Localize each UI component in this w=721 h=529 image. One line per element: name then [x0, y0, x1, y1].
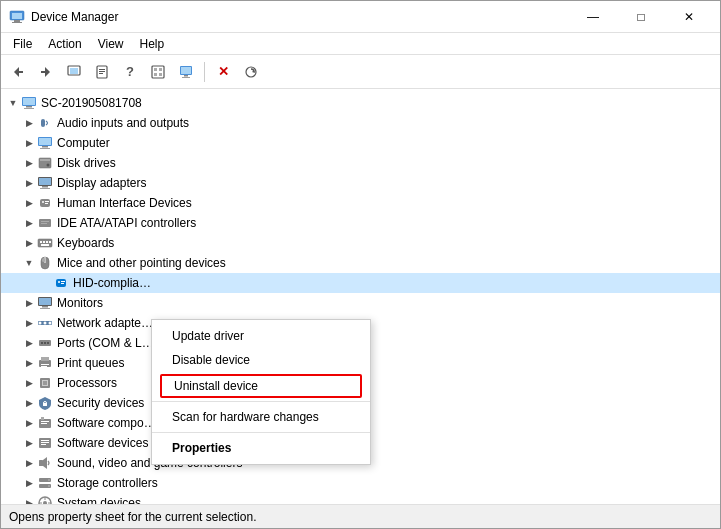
device-tree[interactable]: ▼ SC-201905081708 ▶ Audio inputs and out… — [1, 89, 720, 504]
svg-rect-40 — [40, 188, 50, 189]
maximize-button[interactable]: □ — [618, 1, 664, 33]
svg-rect-11 — [99, 69, 105, 70]
keyboard-label: Keyboards — [57, 236, 114, 250]
menu-file[interactable]: File — [5, 35, 40, 53]
svg-point-94 — [48, 485, 50, 487]
ctx-update-driver[interactable]: Update driver — [152, 324, 370, 348]
list-item[interactable]: ▶ IDE ATA/ATAPI controllers — [1, 213, 720, 233]
app-icon — [9, 9, 25, 25]
svg-rect-75 — [41, 364, 49, 365]
expand-icon: ▶ — [21, 135, 37, 151]
storage-label: Storage controllers — [57, 476, 158, 490]
ctx-disable-device[interactable]: Disable device — [152, 348, 370, 372]
monitors-label: Monitors — [57, 296, 103, 310]
svg-rect-9 — [70, 68, 78, 74]
list-item[interactable]: ▶ Audio inputs and outputs — [1, 113, 720, 133]
svg-rect-79 — [43, 381, 47, 385]
list-item[interactable]: ▶ System devices — [1, 493, 720, 504]
svg-marker-4 — [14, 67, 19, 77]
list-item[interactable]: ▶ Storage controllers — [1, 473, 720, 493]
svg-point-93 — [48, 479, 50, 481]
expand-icon: ▶ — [21, 175, 37, 191]
svg-rect-39 — [42, 186, 48, 188]
svg-rect-28 — [24, 108, 34, 109]
expand-icon: ▶ — [21, 235, 37, 251]
svg-rect-71 — [44, 342, 46, 344]
svg-rect-35 — [40, 159, 50, 161]
list-item[interactable]: ▶ Human Interface Devices — [1, 193, 720, 213]
svg-rect-44 — [45, 203, 48, 204]
menu-help[interactable]: Help — [132, 35, 173, 53]
tree-root[interactable]: ▼ SC-201905081708 — [1, 93, 720, 113]
up-button[interactable] — [61, 59, 87, 85]
svg-rect-59 — [61, 281, 65, 282]
expand-icon: ▶ — [21, 375, 37, 391]
svg-rect-72 — [47, 342, 49, 344]
menu-view[interactable]: View — [90, 35, 132, 53]
monitor-button[interactable] — [173, 59, 199, 85]
display-icon — [37, 175, 53, 191]
svg-point-68 — [49, 322, 52, 325]
processor-label: Processors — [57, 376, 117, 390]
expand-icon: ▶ — [21, 435, 37, 451]
svg-point-96 — [43, 501, 47, 504]
system-icon — [37, 495, 53, 504]
forward-button[interactable] — [33, 59, 59, 85]
svg-rect-50 — [43, 241, 45, 243]
svg-rect-29 — [41, 119, 45, 127]
svg-rect-26 — [23, 98, 35, 105]
svg-point-42 — [42, 201, 44, 203]
ports-icon — [37, 335, 53, 351]
show-hidden-button[interactable] — [145, 59, 171, 85]
audio-label: Audio inputs and outputs — [57, 116, 189, 130]
scan-button[interactable] — [238, 59, 264, 85]
list-item[interactable]: ▶ Display adapters — [1, 173, 720, 193]
svg-rect-27 — [26, 106, 32, 108]
security-icon — [37, 395, 53, 411]
sw-dev-label: Software devices — [57, 436, 148, 450]
computer-icon — [21, 95, 37, 111]
svg-rect-60 — [61, 283, 64, 284]
expand-icon: ▼ — [21, 255, 37, 271]
minimize-button[interactable]: — — [570, 1, 616, 33]
svg-rect-88 — [41, 442, 49, 443]
ctx-uninstall-device[interactable]: Uninstall device — [160, 374, 362, 398]
delete-button[interactable]: ✕ — [210, 59, 236, 85]
ports-label: Ports (COM & L… — [57, 336, 154, 350]
status-bar: Opens property sheet for the current sel… — [1, 504, 720, 528]
status-text: Opens property sheet for the current sel… — [9, 510, 256, 524]
sw-comp-icon — [37, 415, 53, 431]
close-button[interactable]: ✕ — [666, 1, 712, 33]
help-button[interactable]: ? — [117, 59, 143, 85]
ctx-properties[interactable]: Properties — [152, 436, 370, 460]
disk-icon — [37, 155, 53, 171]
svg-rect-5 — [19, 71, 23, 73]
content-area: ▼ SC-201905081708 ▶ Audio inputs and out… — [1, 89, 720, 504]
list-item[interactable]: ▶ Disk drives — [1, 153, 720, 173]
hid-device-label: HID-complia… — [73, 276, 151, 290]
expand-icon: ▶ — [21, 415, 37, 431]
svg-rect-84 — [41, 421, 49, 422]
svg-rect-49 — [40, 241, 42, 243]
ctx-divider — [152, 401, 370, 402]
list-item[interactable]: ▶ Keyboards — [1, 233, 720, 253]
back-button[interactable] — [5, 59, 31, 85]
list-item[interactable]: ▼ Mice and other pointing devices — [1, 253, 720, 273]
list-item[interactable]: ▶ Computer — [1, 133, 720, 153]
svg-rect-63 — [42, 306, 48, 308]
ide-icon — [37, 215, 53, 231]
title-bar-left: Device Manager — [9, 9, 118, 25]
security-label: Security devices — [57, 396, 144, 410]
svg-point-66 — [39, 322, 42, 325]
svg-rect-53 — [41, 244, 49, 246]
mouse-icon — [37, 255, 53, 271]
menu-action[interactable]: Action — [40, 35, 89, 53]
ctx-scan-hardware[interactable]: Scan for hardware changes — [152, 405, 370, 429]
properties-button[interactable] — [89, 59, 115, 85]
hid-device-item[interactable]: ▶ HID-complia… — [1, 273, 720, 293]
expand-icon: ▶ — [21, 195, 37, 211]
sw-dev-icon — [37, 435, 53, 451]
list-item[interactable]: ▶ Monitors — [1, 293, 720, 313]
menu-bar: File Action View Help — [1, 33, 720, 55]
svg-rect-38 — [39, 178, 51, 185]
